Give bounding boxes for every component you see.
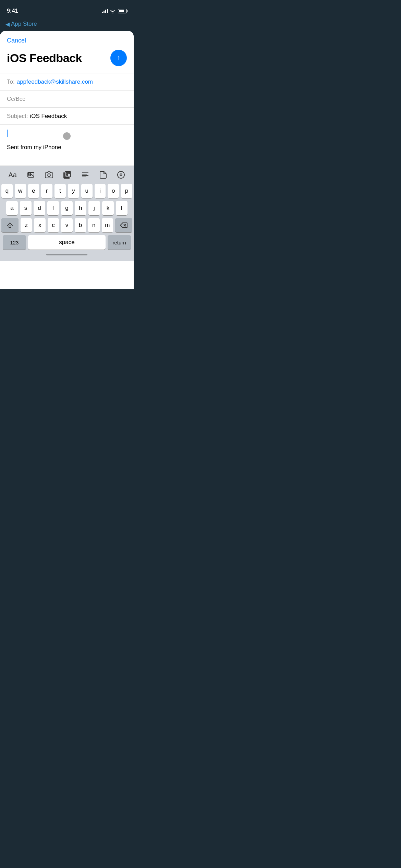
app-store-back-label[interactable]: App Store [11, 21, 37, 27]
key-e[interactable]: e [28, 184, 39, 198]
svg-rect-6 [66, 174, 68, 176]
shift-button[interactable] [1, 218, 19, 232]
mail-compose-sheet: Cancel iOS Feedback ↑ To: appfeedback@sk… [0, 31, 134, 289]
key-c[interactable]: c [48, 218, 59, 232]
status-time: 9:41 [7, 8, 18, 14]
key-k[interactable]: k [102, 201, 114, 215]
scroll-handle[interactable] [63, 132, 71, 140]
cc-field-row[interactable]: Cc/Bcc [0, 90, 134, 107]
file-button[interactable] [98, 169, 108, 180]
key-g[interactable]: g [61, 201, 73, 215]
to-field-row[interactable]: To: appfeedback@skillshare.com [0, 73, 134, 90]
keyboard-toolbar: Aa [0, 166, 134, 182]
key-f[interactable]: f [47, 201, 59, 215]
key-v[interactable]: v [61, 218, 72, 232]
to-value[interactable]: appfeedback@skillshare.com [17, 79, 127, 85]
svg-point-2 [48, 174, 50, 177]
key-o[interactable]: o [108, 184, 119, 198]
key-n[interactable]: n [88, 218, 99, 232]
key-r[interactable]: r [41, 184, 52, 198]
compose-title: iOS Feedback [7, 51, 82, 65]
send-button[interactable]: ↑ [110, 50, 127, 66]
aa-label: Aa [9, 171, 17, 179]
key-u[interactable]: u [81, 184, 93, 198]
subject-label: Subject: [7, 113, 28, 120]
markup-button[interactable] [116, 169, 126, 180]
key-d[interactable]: d [34, 201, 45, 215]
back-arrow-icon: ◀ [5, 21, 10, 27]
key-b[interactable]: b [75, 218, 86, 232]
home-bar-area [0, 250, 134, 261]
subject-field-row[interactable]: Subject: iOS Feedback [0, 107, 134, 124]
compose-header: Cancel [0, 31, 134, 47]
signal-icon [102, 9, 108, 13]
key-w[interactable]: w [15, 184, 26, 198]
scan-icon [63, 171, 71, 179]
key-x[interactable]: x [34, 218, 45, 232]
format-icon [81, 171, 89, 179]
key-a[interactable]: a [6, 201, 18, 215]
wifi-icon [110, 9, 116, 13]
key-j[interactable]: j [88, 201, 100, 215]
format-button[interactable] [80, 169, 91, 180]
scan-button[interactable] [62, 169, 73, 180]
key-q[interactable]: q [1, 184, 13, 198]
key-z[interactable]: z [21, 218, 32, 232]
keyboard-bottom-row: 123 space return [1, 235, 132, 250]
keyboard[interactable]: q w e r t y u i o p a s d f g h j k l [0, 182, 134, 250]
delete-button[interactable] [115, 218, 132, 232]
space-button[interactable]: space [28, 235, 106, 250]
cancel-button[interactable]: Cancel [7, 37, 26, 44]
camera-icon [45, 171, 53, 179]
subject-value[interactable]: iOS Feedback [30, 113, 67, 120]
key-y[interactable]: y [68, 184, 79, 198]
keyboard-row-1: q w e r t y u i o p [1, 184, 132, 198]
keyboard-row-2: a s d f g h j k l [1, 201, 132, 215]
camera-button[interactable] [44, 169, 54, 180]
text-cursor [7, 130, 8, 137]
key-i[interactable]: i [95, 184, 106, 198]
home-bar [46, 254, 87, 255]
font-size-button[interactable]: Aa [7, 170, 18, 180]
svg-rect-5 [68, 172, 70, 174]
key-h[interactable]: h [75, 201, 86, 215]
key-p[interactable]: p [121, 184, 132, 198]
key-t[interactable]: t [54, 184, 66, 198]
key-l[interactable]: l [116, 201, 127, 215]
key-s[interactable]: s [20, 201, 32, 215]
status-bar: 9:41 [0, 0, 134, 17]
key-m[interactable]: m [102, 218, 113, 232]
numbers-button[interactable]: 123 [3, 235, 26, 250]
to-label: To: [7, 79, 15, 85]
markup-icon [117, 171, 125, 179]
keyboard-row-3: z x c v b n m [1, 218, 132, 232]
app-store-nav[interactable]: ◀ App Store [0, 17, 134, 31]
title-row: iOS Feedback ↑ [0, 47, 134, 73]
photo-library-button[interactable] [25, 169, 36, 180]
return-button[interactable]: return [108, 235, 131, 250]
cc-label: Cc/Bcc [7, 96, 25, 103]
svg-rect-14 [9, 226, 11, 228]
file-icon [99, 171, 107, 179]
battery-icon [118, 9, 127, 13]
status-icons [102, 9, 127, 13]
email-signature: Sent from my iPhone [7, 144, 127, 151]
send-arrow-icon: ↑ [117, 54, 120, 62]
svg-rect-4 [66, 172, 68, 174]
body-area[interactable]: Sent from my iPhone [0, 124, 134, 166]
photo-library-icon [27, 171, 35, 179]
